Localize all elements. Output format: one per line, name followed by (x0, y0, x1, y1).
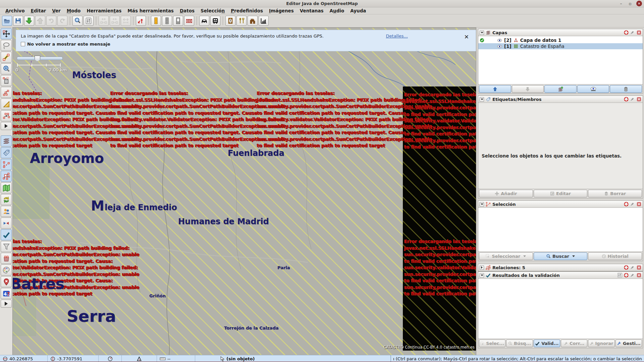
menu-más-herramientas[interactable]: Más herramientas (125, 8, 176, 14)
select-button[interactable]: Seleccionar (479, 252, 533, 260)
map-paint-toggle[interactable] (1, 182, 12, 193)
layer-activate-button[interactable] (544, 85, 577, 93)
menu-archivo[interactable]: Archivo (3, 8, 27, 14)
menu-audio[interactable]: Audio (327, 8, 347, 14)
visible-eye-icon[interactable] (497, 45, 502, 48)
selection-panel-toggle[interactable] (1, 159, 12, 170)
redo-button[interactable] (57, 16, 67, 26)
add-tag-button[interactable]: Añadir (479, 190, 533, 197)
fix-button[interactable]: Corr... (561, 340, 587, 347)
menu-editar[interactable]: Editar (28, 8, 49, 14)
menu-ventanas[interactable]: Ventanas (297, 8, 326, 14)
zoom-tool-button[interactable] (1, 63, 12, 74)
minimize-button[interactable]: – (618, 1, 624, 6)
pin-icon[interactable] (630, 273, 635, 278)
menu-herramientas[interactable]: Herramientas (84, 8, 124, 14)
menu-datos[interactable]: Datos (177, 8, 197, 14)
help-icon[interactable] (624, 265, 629, 270)
bollard-preset-button[interactable] (173, 16, 183, 26)
map-styles-button[interactable] (1, 264, 12, 276)
join-nodes-button[interactable] (110, 16, 120, 26)
menu-modo[interactable]: Modo (64, 8, 84, 14)
ignore-button[interactable]: Ignorar (588, 340, 614, 347)
layer-row-data[interactable]: [2] Capa de datos 1 (478, 37, 643, 43)
maximize-button[interactable]: ▫ (627, 1, 633, 6)
follow-line-tool-button[interactable] (1, 87, 12, 98)
close-panel-icon[interactable] (637, 30, 641, 35)
undo-button[interactable] (46, 16, 56, 26)
layer-delete-button[interactable] (610, 85, 642, 93)
restaurant-preset-button[interactable] (236, 16, 247, 26)
close-panel-icon[interactable] (637, 97, 641, 102)
history-button[interactable]: Historial (588, 252, 642, 260)
layer-up-button[interactable] (479, 85, 511, 93)
validation-search-button[interactable]: Búsq... (506, 340, 533, 347)
collapse-icon[interactable] (480, 202, 484, 206)
edit-tag-button[interactable]: Editar (534, 190, 588, 197)
map-canvas[interactable]: 0 2.00 km La imagen de la capa "Catastro… (12, 27, 476, 355)
menu-predefinidos[interactable]: Predefinidos (228, 8, 266, 14)
download-button[interactable] (24, 16, 34, 26)
bus-preset-button[interactable] (210, 16, 220, 26)
pin-icon[interactable] (630, 30, 635, 35)
preferences-button[interactable] (84, 16, 94, 26)
command-stack-button[interactable] (1, 253, 12, 264)
collapse-icon[interactable] (480, 31, 484, 35)
angle-tool-button[interactable] (1, 99, 12, 110)
help-icon[interactable] (624, 97, 629, 102)
help-icon[interactable] (624, 202, 629, 206)
help-icon[interactable] (624, 273, 629, 278)
tags-panel-toggle[interactable] (1, 147, 12, 158)
details-link[interactable]: Detalles... (386, 34, 408, 39)
validation-select-button[interactable]: Selec... (479, 340, 505, 347)
menu-ver[interactable]: Ver (49, 8, 63, 14)
pin-icon[interactable] (630, 265, 635, 270)
select-tool-button[interactable] (1, 28, 12, 39)
road-preset-button[interactable] (162, 16, 172, 26)
collapse-icon[interactable] (480, 97, 484, 102)
authors-panel-button[interactable] (1, 206, 12, 217)
zoom-button[interactable] (72, 16, 83, 26)
open-file-button[interactable] (2, 16, 12, 26)
delete-tag-button[interactable]: Borrar (588, 190, 642, 197)
unglue-tool-button[interactable] (1, 110, 12, 121)
delete-tool-button[interactable] (1, 75, 12, 86)
castle-preset-button[interactable] (248, 16, 258, 26)
help-icon[interactable] (624, 30, 629, 35)
relations-panel-toggle[interactable] (1, 171, 12, 182)
more-panels-expander[interactable] (1, 300, 12, 308)
draw-tool-button[interactable] (1, 52, 12, 63)
layer-down-button[interactable] (512, 85, 544, 93)
search-button[interactable]: Buscar (534, 252, 588, 260)
filter-panel-button[interactable] (1, 241, 12, 252)
collapse-icon[interactable] (480, 273, 484, 278)
validation-panel-toggle[interactable] (1, 229, 12, 240)
close-panel-icon[interactable] (637, 273, 641, 278)
close-panel-icon[interactable] (637, 265, 641, 270)
menu-imágenes[interactable]: Imágenes (266, 8, 297, 14)
spread-nodes-button[interactable] (121, 16, 131, 26)
pin-icon[interactable] (630, 97, 635, 102)
pin-icon[interactable] (630, 202, 635, 206)
wall-preset-button[interactable] (184, 16, 194, 26)
question-42-button[interactable]: 42? (1, 288, 12, 299)
dismiss-checkbox[interactable] (21, 42, 25, 46)
close-button[interactable]: ✕ (636, 1, 642, 6)
layer-visibility-button[interactable] (577, 85, 609, 93)
upload-button[interactable] (35, 16, 45, 26)
milestone-preset-button[interactable] (225, 16, 235, 26)
menu-ayuda[interactable]: Ayuda (347, 8, 369, 14)
layer-row-imagery[interactable]: [1] Catastro de España (478, 43, 643, 49)
motorway-preset-button[interactable] (151, 16, 161, 26)
manage-button[interactable]: Gesti... (615, 340, 642, 347)
save-button[interactable] (13, 16, 23, 26)
visible-eye-icon[interactable] (497, 39, 502, 42)
layers-panel-toggle[interactable] (1, 135, 12, 146)
lasso-tool-button[interactable] (1, 40, 12, 51)
filter-settings-icon[interactable] (618, 273, 622, 278)
banner-close-icon[interactable]: ✕ (464, 34, 469, 40)
marker-delete-button[interactable] (1, 276, 12, 287)
menu-selección[interactable]: Selección (198, 8, 227, 14)
distribute-nodes-button[interactable] (99, 16, 109, 26)
expand-icon[interactable] (480, 265, 484, 270)
